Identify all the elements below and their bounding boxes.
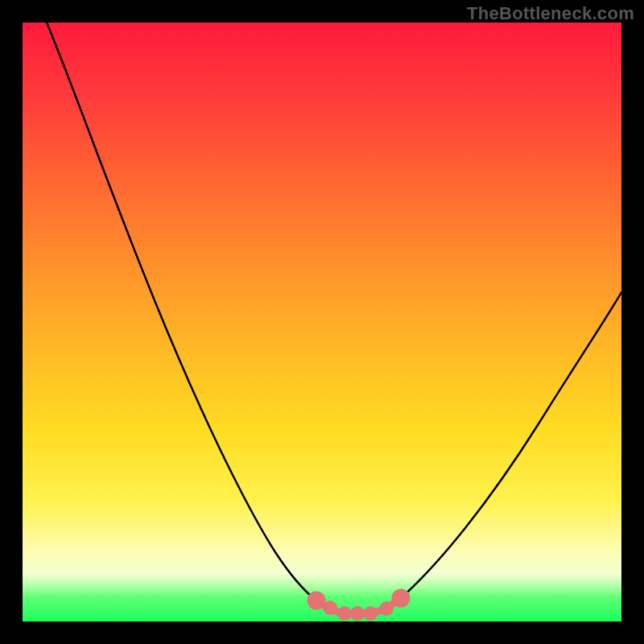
svg-point-2 [327,605,334,612]
svg-point-6 [383,605,390,613]
plot-area [23,23,621,621]
svg-point-1 [395,592,407,604]
valley-highlight [311,592,407,617]
chart-frame: TheBottleneck.com [0,0,644,644]
svg-point-5 [367,610,374,617]
svg-point-4 [354,610,361,617]
svg-point-3 [341,610,349,617]
bottleneck-curve-svg [23,23,621,621]
watermark-text: TheBottleneck.com [467,3,634,24]
bottleneck-curve [47,23,621,613]
